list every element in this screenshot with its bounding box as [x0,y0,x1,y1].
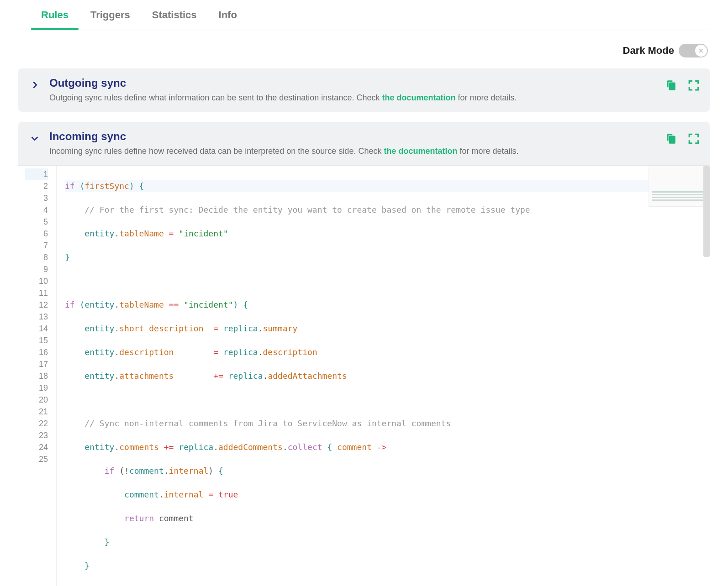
incoming-sync-panel: Incoming sync Incoming sync rules define… [18,122,710,586]
minimap[interactable] [649,166,708,207]
dark-mode-toggle[interactable]: ✕ [679,44,708,58]
expand-icon[interactable] [688,133,700,145]
tab-rules[interactable]: Rules [41,0,69,30]
incoming-sync-desc: Incoming sync rules define how received … [49,146,657,157]
dark-mode-row: Dark Mode ✕ [18,30,710,68]
tabs: Rules Triggers Statistics Info [18,0,710,30]
outgoing-sync-title: Outgoing sync [49,77,657,89]
incoming-sync-title: Incoming sync [49,130,657,143]
incoming-doc-link[interactable]: the documentation [384,146,457,156]
vertical-scrollbar[interactable] [703,166,710,586]
scrollbar-thumb[interactable] [703,166,710,257]
tab-triggers[interactable]: Triggers [90,0,130,30]
code-editor[interactable]: 1 2 3 4 5 6 7 8 9 10 11 12 13 14 15 16 1 [18,165,710,586]
tab-statistics[interactable]: Statistics [152,0,197,30]
line-number-gutter: 1 2 3 4 5 6 7 8 9 10 11 12 13 14 15 16 1 [18,166,57,586]
code-area[interactable]: if (firstSync) { // For the first sync: … [57,166,710,586]
copy-icon[interactable] [665,79,677,91]
chevron-down-icon[interactable] [28,132,41,145]
outgoing-sync-desc: Outgoing sync rules define what informat… [49,92,657,104]
outgoing-doc-link[interactable]: the documentation [382,93,455,102]
toggle-knob-off-icon: ✕ [695,45,707,57]
outgoing-sync-panel: Outgoing sync Outgoing sync rules define… [18,68,710,112]
expand-icon[interactable] [688,79,700,91]
copy-icon[interactable] [665,133,677,145]
dark-mode-label: Dark Mode [623,45,674,57]
tab-info[interactable]: Info [219,0,237,30]
chevron-right-icon[interactable] [28,78,41,91]
